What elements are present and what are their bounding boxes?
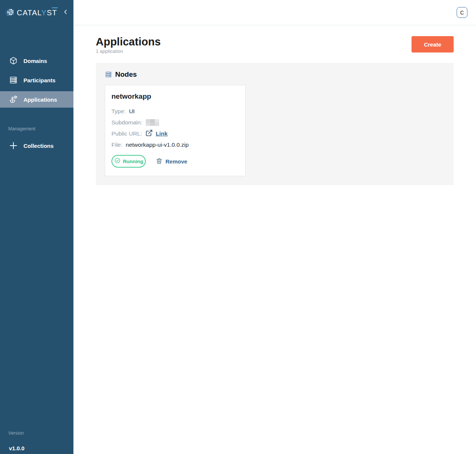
plus-icon: [9, 141, 18, 150]
nodes-section-title: Nodes: [115, 70, 137, 79]
cube-icon: [9, 56, 18, 65]
nodes-panel-header: Nodes: [105, 70, 445, 79]
logo-wordmark: CATALYST: [17, 9, 57, 17]
status-text: Running: [123, 159, 144, 164]
subdomain-field-row: Subdomain:: [111, 117, 239, 128]
file-value: networkapp-ui-v1.0.0.zip: [126, 142, 189, 148]
type-value: UI: [129, 108, 135, 115]
sidebar-item-participants[interactable]: Participants: [0, 72, 73, 88]
sidebar-collapse-button[interactable]: [62, 9, 70, 17]
public-url-link[interactable]: Link: [145, 129, 168, 138]
sidebar-item-domains[interactable]: Domains: [0, 53, 73, 69]
main-section: Applications 1 application Create N: [73, 25, 476, 185]
version-value: v1.0.0: [9, 445, 25, 451]
sidebar: CATALYST Domains: [0, 0, 73, 454]
page-title-block: Applications 1 application: [96, 36, 161, 54]
page-title: Applications: [96, 36, 161, 47]
content-area: C Applications 1 application Create: [73, 0, 476, 454]
subdomain-label: Subdomain:: [111, 119, 142, 126]
servers-icon: [105, 71, 112, 78]
pixel-cube-logo-icon: [5, 8, 14, 17]
trash-icon[interactable]: [155, 157, 163, 166]
sidebar-item-collections[interactable]: Collections: [0, 137, 73, 154]
application-name: networkapp: [111, 92, 239, 101]
application-card: networkapp Type: UI Subdomain: Public UR…: [105, 85, 246, 176]
application-count: 1 application: [96, 48, 161, 54]
logo: CATALYST: [5, 8, 70, 17]
sidebar-nav: Domains Participants: [0, 53, 73, 111]
nodes-panel: Nodes networkapp Type: UI Subdomain:: [96, 63, 454, 185]
create-button[interactable]: Create: [412, 36, 454, 53]
public-url-label: Public URL:: [111, 130, 142, 137]
anchor-cube-icon: [9, 95, 18, 104]
file-label: File:: [111, 142, 122, 148]
sidebar-item-label: Domains: [23, 58, 47, 64]
subdomain-redacted-value: [146, 119, 159, 126]
sidebar-item-label: Participants: [23, 77, 56, 83]
servers-icon: [9, 76, 18, 85]
remove-label[interactable]: Remove: [166, 158, 187, 165]
sidebar-item-applications[interactable]: Applications: [0, 91, 73, 108]
sidebar-item-label: Applications: [23, 96, 57, 103]
version-section-label: Version: [8, 431, 24, 436]
public-url-field-row: Public URL: Link: [111, 128, 239, 139]
remove-button[interactable]: Remove: [155, 157, 187, 166]
status-badge: Running: [111, 155, 146, 168]
chevron-left-icon: [62, 9, 69, 17]
link-label[interactable]: Link: [156, 130, 168, 137]
external-link-icon[interactable]: [145, 129, 153, 138]
file-field-row: File: networkapp-ui-v1.0.0.zip: [111, 139, 239, 150]
profile-button[interactable]: C: [457, 7, 467, 18]
type-field-row: Type: UI: [111, 106, 239, 117]
management-nav: Collections: [0, 137, 73, 157]
topbar: C: [73, 0, 476, 25]
management-section-label: Management: [8, 126, 35, 131]
check-circle-icon: [114, 157, 121, 165]
sidebar-item-label: Collections: [23, 143, 54, 149]
type-label: Type:: [111, 108, 126, 115]
